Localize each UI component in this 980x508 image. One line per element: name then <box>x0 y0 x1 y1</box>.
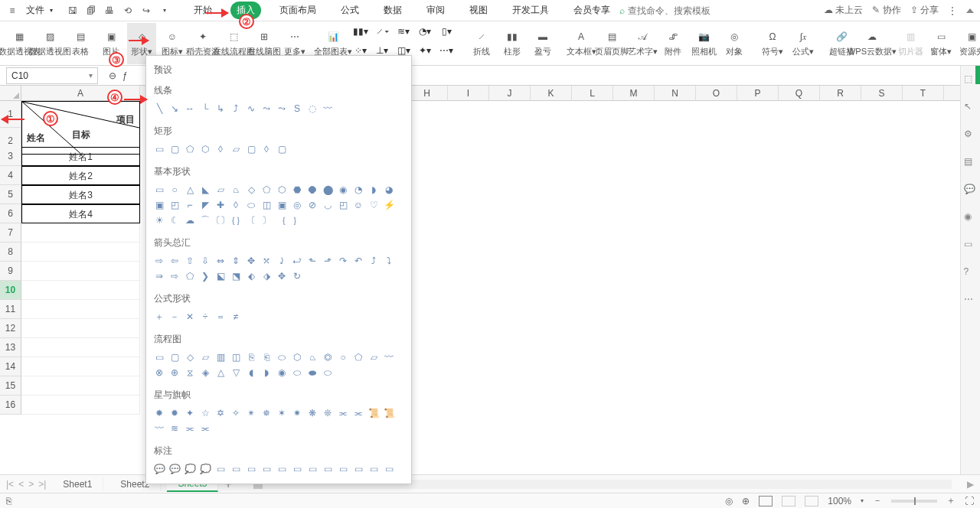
select-all-corner[interactable] <box>0 86 21 101</box>
collaborate-button[interactable]: ✎ 协作 <box>872 4 900 17</box>
divide-shape[interactable]: ÷ <box>198 310 212 324</box>
print-icon[interactable]: 🖶 <box>103 5 116 17</box>
scribble-shape[interactable]: 〰 <box>321 102 335 116</box>
location-icon[interactable]: ◉ <box>964 211 978 225</box>
explosion2-shape[interactable]: ✹ <box>168 406 181 420</box>
card-shape[interactable]: ▱ <box>367 350 381 364</box>
up-ribbon-shape[interactable]: ⫘ <box>183 422 197 435</box>
row-header-16[interactable]: 16 <box>0 396 21 415</box>
trapezoid-shape[interactable]: ⏢ <box>229 183 243 197</box>
col-header-S[interactable]: S <box>861 86 903 100</box>
updown-arrow-shape[interactable]: ⇕ <box>229 254 243 268</box>
donut-shape[interactable]: ◎ <box>290 198 304 212</box>
name-box[interactable]: C10 ▾ <box>6 67 98 84</box>
ribbon2-shape[interactable]: ⫘ <box>351 406 365 420</box>
plaque-shape[interactable]: ◊ <box>229 198 243 212</box>
notched-arrow-shape[interactable]: ⇨ <box>168 269 181 283</box>
half-frame-shape[interactable]: ◰ <box>168 198 181 212</box>
chat-icon[interactable]: 💬 <box>964 184 978 197</box>
stored-data-shape[interactable]: ◖ <box>244 366 258 379</box>
picture-button[interactable]: ▣图片 <box>96 23 126 64</box>
collate-shape[interactable]: ⧖ <box>183 366 197 379</box>
can-shape[interactable]: ⬭ <box>244 198 258 212</box>
more-chart-icon[interactable]: ⋯▾ <box>438 44 455 57</box>
minus-shape[interactable]: － <box>168 310 181 324</box>
predefined-shape[interactable]: ▥ <box>214 350 227 364</box>
chord-shape[interactable]: ◗ <box>367 183 381 197</box>
wps-cloud-data-button[interactable]: ☁WPS云数据▾ <box>858 23 887 64</box>
col-header-N[interactable]: N <box>655 86 696 100</box>
wave-shape[interactable]: 〰 <box>152 422 166 435</box>
cell-A14[interactable] <box>21 357 140 376</box>
line-callout2-shape[interactable]: ▭ <box>229 462 243 476</box>
zoom-out-icon[interactable]: ⊖ <box>109 70 116 81</box>
status-left-icon[interactable]: ⎘ <box>6 496 11 506</box>
round-rect-shape[interactable]: ▢ <box>168 142 181 156</box>
fx-icon[interactable]: ƒ <box>122 70 128 81</box>
dropdown-icon[interactable]: ▾ <box>158 5 171 17</box>
wordart-button[interactable]: 𝒜艺术字▾ <box>628 23 657 64</box>
side-panel-tab[interactable] <box>975 66 980 84</box>
undo-icon[interactable]: ⟲ <box>122 5 134 17</box>
explosion1-shape[interactable]: ✸ <box>152 406 166 420</box>
double-wave-shape[interactable]: ≋ <box>168 422 181 435</box>
pie-shape[interactable]: ◔ <box>351 183 365 197</box>
col-header-P[interactable]: P <box>737 86 779 100</box>
view-normal-button[interactable] <box>759 496 773 506</box>
tab-member[interactable]: 会员专享 <box>567 2 616 19</box>
snip2-rect-shape[interactable]: ⬡ <box>198 142 212 156</box>
tab-data[interactable]: 数据 <box>377 2 408 19</box>
delay-shape[interactable]: ◗ <box>260 366 273 379</box>
cloud-status[interactable]: ☁ 未上云 <box>824 4 863 17</box>
not-equal-shape[interactable]: ≠ <box>229 310 243 324</box>
extract-shape[interactable]: △ <box>214 366 227 379</box>
col-header-R[interactable]: R <box>820 86 861 100</box>
equation-button[interactable]: ∫𝑥公式▾ <box>789 23 818 64</box>
line-double-arrow-shape[interactable]: ↔ <box>183 102 197 116</box>
tape-shape[interactable]: 〰 <box>382 350 396 364</box>
chevron-shape[interactable]: ❯ <box>198 269 212 283</box>
cell-A15[interactable] <box>21 376 140 396</box>
border-callout1-shape[interactable]: ▭ <box>305 462 319 476</box>
more-icon[interactable]: ⋮ <box>948 5 957 16</box>
moon-shape[interactable]: ☾ <box>168 213 181 227</box>
save-icon[interactable]: 🖫 <box>67 5 79 17</box>
right-brace-shape[interactable]: ｝ <box>290 213 304 227</box>
round-diag-rect-shape[interactable]: ◊ <box>260 142 273 156</box>
col-header-K[interactable]: K <box>531 86 572 100</box>
accent-border3-shape[interactable]: ▭ <box>382 462 396 476</box>
command-search[interactable]: ⌕ <box>619 5 720 16</box>
elbow-double-shape[interactable]: ⤴ <box>229 102 243 116</box>
print-preview-icon[interactable]: 🗐 <box>85 5 97 17</box>
tab-view[interactable]: 视图 <box>463 2 494 19</box>
col-header-Q[interactable]: Q <box>779 86 820 100</box>
offpage-shape[interactable]: ⬠ <box>351 350 365 364</box>
cell-A12[interactable] <box>21 319 140 338</box>
rect-shape[interactable]: ▭ <box>152 142 166 156</box>
col-header-I[interactable]: I <box>448 86 489 100</box>
up-arrow-callout-shape[interactable]: ⬗ <box>260 269 273 283</box>
magnetic-disk-shape[interactable]: ⬭ <box>290 366 304 379</box>
equal-shape[interactable]: ＝ <box>214 310 227 324</box>
sparkline-winloss-button[interactable]: ▬盈亏 <box>528 23 557 64</box>
display-shape[interactable]: ⬭ <box>321 366 335 379</box>
sun-shape[interactable]: ☀ <box>152 213 166 227</box>
round-callout-shape[interactable]: 💬 <box>168 462 181 476</box>
lightning-shape[interactable]: ⚡ <box>382 198 396 212</box>
snip-rect-shape[interactable]: ⬠ <box>183 142 197 156</box>
area-chart-icon[interactable]: ≋▾ <box>395 24 412 38</box>
l-shape[interactable]: ⌐ <box>183 198 197 212</box>
star12-shape[interactable]: ✶ <box>275 406 289 420</box>
nav-last-icon[interactable]: >| <box>38 479 46 490</box>
sparkline-column-button[interactable]: ▮▮柱形 <box>498 23 527 64</box>
cube-shape[interactable]: ◫ <box>260 198 273 212</box>
col-header-H[interactable]: H <box>407 86 448 100</box>
oval-shape[interactable]: ○ <box>168 183 181 197</box>
line-shape[interactable]: ╲ <box>152 102 166 116</box>
down-arrow-shape[interactable]: ⇩ <box>198 254 212 268</box>
pentagon-arrow-shape[interactable]: ⬠ <box>183 269 197 283</box>
nav-prev-icon[interactable]: < <box>18 479 24 490</box>
accent-border1-shape[interactable]: ▭ <box>351 462 365 476</box>
right-arrow-callout-shape[interactable]: ⬕ <box>214 269 227 283</box>
cell-A7[interactable] <box>21 223 140 243</box>
